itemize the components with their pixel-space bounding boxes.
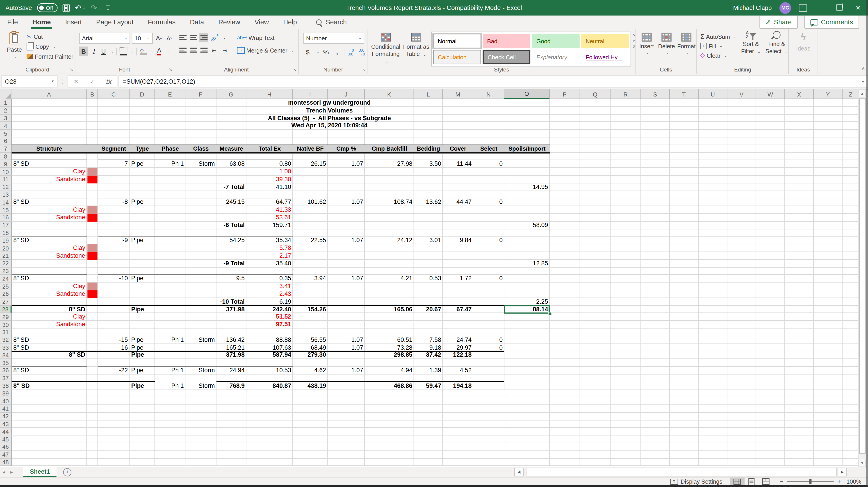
zoom-in-icon[interactable]: + bbox=[838, 478, 841, 485]
cell-D14[interactable]: Pipe bbox=[129, 199, 155, 206]
accounting-format-button[interactable]: $ bbox=[304, 47, 312, 57]
row-header-30[interactable]: 30 bbox=[0, 321, 12, 328]
row-header-43[interactable]: 43 bbox=[0, 420, 12, 428]
column-header-Y[interactable]: Y bbox=[814, 89, 842, 99]
styles-gallery-up-icon[interactable]: ˄ bbox=[632, 33, 635, 36]
cell-I33[interactable]: 68.49 bbox=[293, 344, 328, 351]
quick-access-customize-button[interactable]: ⌄ bbox=[106, 5, 110, 10]
cell-H21[interactable]: 2.17 bbox=[246, 252, 292, 260]
row-header-16[interactable]: 16 bbox=[0, 214, 12, 222]
cell-K32[interactable]: 60.51 bbox=[365, 336, 414, 344]
row-header-12[interactable]: 12 bbox=[0, 183, 12, 191]
borders-button[interactable] bbox=[119, 47, 128, 56]
zoom-level[interactable]: 100% bbox=[846, 478, 862, 485]
cell-H17[interactable]: 159.71 bbox=[246, 221, 292, 229]
column-header-N[interactable]: N bbox=[473, 89, 504, 99]
style-bad[interactable]: Bad bbox=[483, 34, 530, 48]
row-header-36[interactable]: 36 bbox=[0, 367, 12, 374]
row-header-35[interactable]: 35 bbox=[0, 359, 12, 367]
new-sheet-button[interactable]: + bbox=[63, 468, 71, 476]
cell-A28[interactable]: 8" SD bbox=[12, 306, 87, 313]
style-normal[interactable]: Normal bbox=[433, 34, 481, 48]
cell-D34[interactable]: Pipe bbox=[129, 351, 155, 359]
cell-M24[interactable]: 1.72 bbox=[443, 275, 473, 283]
share-button[interactable]: ⇗ Share bbox=[760, 16, 798, 29]
increase-indent-button[interactable]: ⇥ bbox=[220, 45, 229, 55]
align-center-button[interactable] bbox=[189, 45, 197, 55]
find-select-button[interactable]: Find &Select ⌄ bbox=[765, 29, 788, 64]
cell-G19[interactable]: 54.25 bbox=[216, 237, 246, 245]
cell-G17[interactable]: -8 Total bbox=[216, 221, 246, 229]
cell-C14[interactable]: -8 bbox=[98, 199, 129, 206]
row-header-21[interactable]: 21 bbox=[0, 252, 12, 260]
search-box[interactable]: Search bbox=[316, 18, 347, 26]
cell-A10[interactable]: Clay bbox=[12, 168, 87, 176]
undo-button[interactable]: ↶⌄ bbox=[74, 4, 85, 11]
sheet-tab-sheet1[interactable]: Sheet1 bbox=[23, 467, 57, 477]
cell-N9[interactable]: 0 bbox=[473, 160, 504, 168]
cell-L34[interactable]: 37.42 bbox=[414, 351, 443, 359]
cell-G34[interactable]: 371.98 bbox=[216, 351, 246, 359]
cell-J36[interactable]: 1.07 bbox=[328, 367, 365, 374]
cell-H11[interactable]: 39.30 bbox=[246, 176, 292, 183]
cell-I24[interactable]: 3.94 bbox=[293, 275, 328, 283]
tab-file[interactable]: File bbox=[0, 16, 25, 29]
cell-J33[interactable]: 1.07 bbox=[328, 344, 365, 351]
column-header-K[interactable]: K bbox=[365, 89, 414, 99]
cell-L14[interactable]: 13.62 bbox=[414, 199, 443, 206]
cell-M19[interactable]: 9.84 bbox=[443, 237, 473, 245]
normal-view-button[interactable] bbox=[730, 478, 745, 485]
column-header-J[interactable]: J bbox=[328, 89, 365, 99]
cell-L32[interactable]: 7.58 bbox=[414, 336, 443, 344]
cell-O27[interactable]: 2.25 bbox=[504, 298, 550, 306]
cell-L33[interactable]: 9.18 bbox=[414, 344, 443, 351]
column-header-L[interactable]: L bbox=[414, 89, 443, 99]
cell-A21[interactable]: Sandstone bbox=[12, 252, 87, 260]
cell-L19[interactable]: 3.01 bbox=[414, 237, 443, 245]
italic-button[interactable]: I bbox=[89, 47, 98, 56]
increase-decimal-button[interactable]: ←0.00 bbox=[346, 47, 355, 57]
style-explanatory[interactable]: Explanatory ... bbox=[532, 50, 580, 64]
decrease-indent-button[interactable]: ⇤ bbox=[210, 45, 219, 55]
horizontal-scrollbar[interactable] bbox=[526, 468, 837, 477]
cell-H9[interactable]: 0.80 bbox=[246, 160, 292, 168]
ideas-button[interactable]: ϟ Ideas bbox=[789, 29, 818, 65]
autosum-button[interactable]: ΣAutoSum⌄ bbox=[700, 32, 737, 41]
cell-A38[interactable]: 8" SD bbox=[12, 382, 87, 390]
wrap-text-button[interactable]: ab↩Wrap Text bbox=[237, 33, 275, 42]
page-layout-view-button[interactable] bbox=[745, 478, 759, 485]
display-settings-button[interactable]: ⚙ Display Settings bbox=[662, 478, 730, 485]
cell-M36[interactable]: 4.52 bbox=[443, 367, 473, 374]
cell-H30[interactable]: 97.51 bbox=[246, 321, 292, 328]
collapse-ribbon-icon[interactable]: ˄ bbox=[862, 66, 865, 71]
cell-H32[interactable]: 88.88 bbox=[246, 336, 292, 344]
cell-G36[interactable]: 24.94 bbox=[216, 367, 246, 374]
cell-H36[interactable]: 10.53 bbox=[246, 367, 292, 374]
cell-G33[interactable]: 165.21 bbox=[216, 344, 246, 351]
cell-I38[interactable]: 438.19 bbox=[293, 382, 328, 390]
row-header-26[interactable]: 26 bbox=[0, 290, 12, 298]
align-middle-button[interactable] bbox=[189, 33, 197, 42]
row-header-38[interactable]: 38 bbox=[0, 382, 12, 390]
cell-N14[interactable]: 0 bbox=[473, 199, 504, 206]
cell-H16[interactable]: 53.61 bbox=[246, 214, 292, 222]
cell-J19[interactable]: 1.07 bbox=[328, 237, 365, 245]
cell-K24[interactable]: 4.21 bbox=[365, 275, 414, 283]
column-header-E[interactable]: E bbox=[155, 89, 185, 99]
cell-M14[interactable]: 44.47 bbox=[443, 199, 473, 206]
cell-I9[interactable]: 26.15 bbox=[293, 160, 328, 168]
cell-A32[interactable]: 8" SD bbox=[12, 336, 87, 344]
format-painter-button[interactable]: Format Painter bbox=[26, 52, 73, 62]
row-header-23[interactable]: 23 bbox=[0, 267, 12, 275]
row-header-9[interactable]: 9 bbox=[0, 160, 12, 168]
row-header-37[interactable]: 37 bbox=[0, 374, 12, 382]
cell-F36[interactable]: Storm bbox=[185, 367, 216, 374]
cell-F38[interactable]: Storm bbox=[185, 382, 216, 390]
cell-M32[interactable]: 24.74 bbox=[443, 336, 473, 344]
fill-button[interactable]: ↓Fill⌄ bbox=[700, 41, 737, 51]
align-bottom-button[interactable] bbox=[199, 33, 208, 42]
column-header-S[interactable]: S bbox=[641, 89, 670, 99]
cell-H26[interactable]: 2.43 bbox=[246, 290, 292, 298]
format-as-table-button[interactable]: Format asTable ⌄ bbox=[403, 32, 430, 66]
row-header-20[interactable]: 20 bbox=[0, 245, 12, 252]
